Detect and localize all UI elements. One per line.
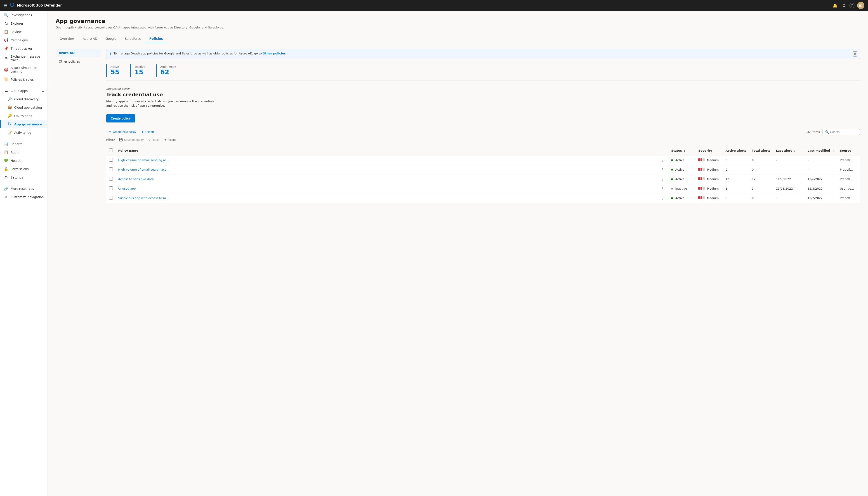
- sidebar-item-customize-navigation[interactable]: ✏ Customize navigation: [0, 193, 47, 201]
- sidebar-item-more-resources[interactable]: 🔗 More resources: [0, 184, 47, 193]
- filters-icon: ⧩: [164, 138, 167, 142]
- reset-button[interactable]: ↺ Reset: [146, 137, 162, 143]
- severity-bar: [698, 168, 704, 171]
- status-dot: [671, 188, 673, 190]
- search-input[interactable]: [830, 130, 857, 134]
- status-cell: Active: [668, 155, 696, 165]
- export-button[interactable]: ⬇ Export: [139, 129, 157, 135]
- create-new-policy-button[interactable]: ✏ Create new policy: [106, 129, 139, 135]
- col-header-checkbox: [107, 146, 116, 155]
- sidebar-item-cloud-app-catalog[interactable]: 📦 Cloud app catalog: [0, 103, 47, 112]
- row-checkbox[interactable]: [109, 196, 113, 200]
- sidebar-item-oauth-apps[interactable]: 🔑 OAuth apps: [0, 112, 47, 120]
- last-alert-cell: -: [773, 193, 805, 203]
- search-icon: 🔍: [825, 130, 829, 134]
- col-header-active-alerts[interactable]: Active alerts: [723, 146, 749, 155]
- row-checkbox[interactable]: [109, 168, 113, 171]
- row-checkbox-cell: [107, 165, 116, 174]
- total-alerts-cell: 12: [749, 174, 773, 184]
- tab-google[interactable]: Google: [102, 34, 121, 43]
- row-checkbox[interactable]: [109, 177, 113, 181]
- settings-icon[interactable]: ⚙: [841, 2, 847, 9]
- tab-salesforce[interactable]: Salesforce: [121, 34, 145, 43]
- row-context-menu-icon[interactable]: ⋮: [660, 176, 666, 182]
- sidebar-item-cloud-discovery[interactable]: 🔎 Cloud discovery: [0, 95, 47, 103]
- sidebar-item-app-governance[interactable]: 🛡 App governance: [0, 120, 47, 128]
- sidebar-item-review[interactable]: 📋 Review: [0, 28, 47, 36]
- sidebar-item-policies-rules[interactable]: 📜 Policies & rules: [0, 75, 47, 83]
- search-box[interactable]: 🔍: [823, 129, 860, 135]
- row-menu-cell[interactable]: ⋮: [657, 193, 668, 203]
- last-alert-info-icon[interactable]: ℹ: [794, 149, 795, 152]
- policy-name-cell: High volume of email sending ac...: [115, 155, 657, 165]
- active-alerts-cell: 1: [723, 184, 749, 193]
- col-header-policy-name[interactable]: Policy name: [115, 146, 657, 155]
- col-header-source[interactable]: Source: [837, 146, 860, 155]
- row-context-menu-icon[interactable]: ⋮: [660, 186, 666, 191]
- row-context-menu-icon[interactable]: ⋮: [660, 167, 666, 172]
- suggested-description: Identify apps with unused credentials, s…: [106, 99, 219, 108]
- sidebar-item-audit[interactable]: 📋 Audit: [0, 148, 47, 156]
- severity-seg-3: [703, 187, 704, 190]
- sidebar-item-exchange-message-trace[interactable]: ✉ Exchange message trace: [0, 53, 47, 64]
- last-modified-cell: 12/2/2022: [805, 193, 837, 203]
- sidebar-item-campaigns[interactable]: 📢 Campaigns: [0, 36, 47, 44]
- row-context-menu-icon[interactable]: ⋮: [660, 196, 666, 201]
- col-header-severity[interactable]: Severity: [696, 146, 723, 155]
- sidebar-item-health[interactable]: 💚 Health: [0, 156, 47, 165]
- cloud-discovery-icon: 🔎: [7, 97, 12, 101]
- left-nav-other-policies[interactable]: Other policies: [56, 57, 101, 65]
- sidebar-item-reports[interactable]: 📊 Reports: [0, 140, 47, 148]
- tab-overview[interactable]: Overview: [56, 34, 79, 43]
- sidebar-item-attack-simulation[interactable]: 🎯 Attack simulation training: [0, 64, 47, 75]
- source-cell: Predefi...: [837, 174, 860, 184]
- severity-seg-2: [700, 187, 702, 190]
- select-all-checkbox[interactable]: [109, 149, 113, 152]
- help-icon[interactable]: ?: [850, 3, 855, 9]
- status-cell: Active: [668, 174, 696, 184]
- tab-policies[interactable]: Policies: [145, 34, 167, 43]
- col-header-status[interactable]: Status ℹ: [668, 146, 696, 155]
- info-banner-close-button[interactable]: ✕: [853, 51, 857, 57]
- status-label: Active: [676, 168, 684, 171]
- row-checkbox[interactable]: [109, 158, 113, 161]
- sidebar-item-activity-log[interactable]: 📝 Activity log: [0, 128, 47, 137]
- col-header-last-alert[interactable]: Last alert ℹ: [773, 146, 805, 155]
- col-header-total-alerts[interactable]: Total alerts: [749, 146, 773, 155]
- row-context-menu-icon[interactable]: ⋮: [660, 157, 666, 163]
- row-checkbox-cell: [107, 193, 116, 203]
- severity-cell: Medium: [696, 184, 723, 193]
- create-policy-button[interactable]: Create policy: [106, 114, 135, 123]
- sidebar-item-cloud-apps[interactable]: ☁ Cloud apps ▲: [0, 87, 47, 95]
- avatar[interactable]: JD: [857, 2, 864, 9]
- save-query-button[interactable]: 💾 Save the query: [117, 137, 146, 143]
- exchange-icon: ✉: [4, 56, 9, 61]
- status-info-icon[interactable]: ℹ: [684, 149, 685, 152]
- other-policies-link[interactable]: Other policies: [263, 52, 286, 55]
- row-checkbox[interactable]: [109, 186, 113, 190]
- last-modified-cell: 12/3/2022: [805, 184, 837, 193]
- attack-sim-icon: 🎯: [4, 67, 9, 72]
- stat-audit-mode: Audit mode 62: [156, 64, 183, 77]
- row-menu-cell[interactable]: ⋮: [657, 184, 668, 193]
- sidebar-item-permissions[interactable]: 🔒 Permissions: [0, 165, 47, 173]
- last-alert-cell: -: [773, 155, 805, 165]
- app-governance-icon: 🛡: [7, 122, 12, 126]
- sidebar-item-threat-tracker[interactable]: 📌 Threat tracker: [0, 44, 47, 53]
- row-menu-cell[interactable]: ⋮: [657, 155, 668, 165]
- row-menu-cell[interactable]: ⋮: [657, 174, 668, 184]
- sidebar-item-investigations[interactable]: 🔍 Investigations: [0, 11, 47, 19]
- oauth-icon: 🔑: [7, 114, 12, 118]
- left-nav-azure-ad[interactable]: Azure AD: [56, 49, 101, 57]
- notification-icon[interactable]: 🔔: [832, 2, 838, 9]
- sidebar-item-settings[interactable]: ⚙ Settings: [0, 173, 47, 182]
- row-menu-cell[interactable]: ⋮: [657, 165, 668, 174]
- hamburger-icon[interactable]: ☰: [4, 3, 7, 8]
- sidebar-item-explorer[interactable]: 🗂 Explorer: [0, 19, 47, 28]
- content-area: Azure AD Other policies ℹ To manage OAut…: [56, 49, 860, 203]
- col-header-last-modified[interactable]: Last modified ↓: [805, 146, 837, 155]
- app-title: 🛡 Microsoft 365 Defender: [10, 3, 62, 8]
- policy-name-cell: Unused app: [115, 184, 657, 193]
- filters-button[interactable]: ⧩ Filters: [162, 137, 178, 143]
- tab-azure-ad[interactable]: Azure AD: [79, 34, 102, 43]
